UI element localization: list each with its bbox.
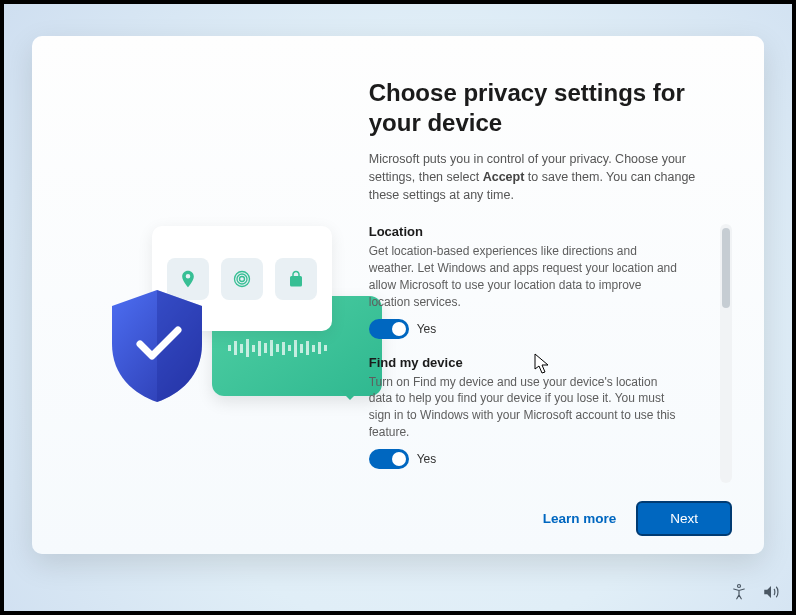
options-scroll-area: Location Get location-based experiences … — [369, 224, 732, 483]
option-title: Location — [369, 224, 702, 239]
option-description: Turn on Find my device and use your devi… — [369, 374, 679, 441]
fingerprint-icon — [221, 258, 263, 300]
next-button[interactable]: Next — [636, 501, 732, 536]
page-title: Choose privacy settings for your device — [369, 78, 709, 138]
shield-checkmark-graphic — [102, 286, 212, 406]
volume-icon[interactable] — [762, 583, 780, 605]
svg-point-2 — [240, 276, 245, 281]
illustration-panel — [32, 36, 369, 554]
toggle-row: Yes — [369, 319, 702, 339]
lock-icon — [275, 258, 317, 300]
find-my-device-toggle[interactable] — [369, 449, 409, 469]
toggle-value-label: Yes — [417, 452, 437, 466]
footer-actions: Learn more Next — [369, 483, 732, 536]
intro-text: Microsoft puts you in control of your pr… — [369, 150, 699, 204]
waveform-graphic — [228, 338, 366, 358]
illustration — [102, 226, 372, 426]
option-title: Find my device — [369, 355, 702, 370]
learn-more-link[interactable]: Learn more — [543, 511, 617, 526]
option-location: Location Get location-based experiences … — [369, 224, 702, 338]
svg-point-1 — [237, 274, 247, 284]
option-find-my-device: Find my device Turn on Find my device an… — [369, 355, 702, 469]
options-list: Location Get location-based experiences … — [369, 224, 720, 483]
toggle-row: Yes — [369, 449, 702, 469]
options-scrollbar[interactable] — [720, 224, 732, 483]
toggle-value-label: Yes — [417, 322, 437, 336]
intro-bold: Accept — [483, 170, 525, 184]
location-toggle[interactable] — [369, 319, 409, 339]
oobe-privacy-card: Choose privacy settings for your device … — [32, 36, 764, 554]
svg-point-3 — [738, 585, 741, 588]
accessibility-icon[interactable] — [730, 583, 748, 605]
desktop-background: Choose privacy settings for your device … — [4, 4, 792, 611]
scrollbar-thumb[interactable] — [722, 228, 730, 308]
option-description: Get location-based experiences like dire… — [369, 243, 679, 310]
settings-content: Choose privacy settings for your device … — [369, 36, 764, 554]
system-tray — [730, 583, 780, 605]
